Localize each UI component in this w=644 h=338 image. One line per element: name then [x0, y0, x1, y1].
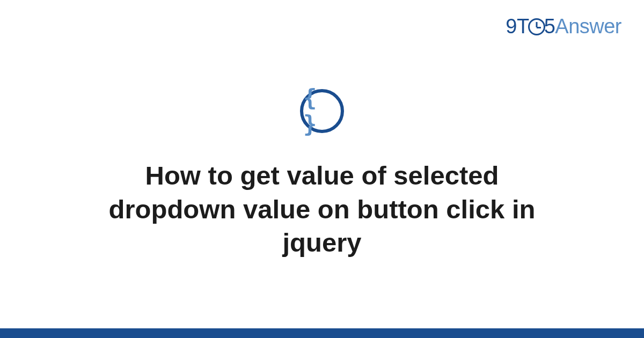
- footer-bar: [0, 328, 644, 338]
- category-badge: { }: [300, 89, 344, 133]
- braces-icon: { }: [303, 85, 341, 137]
- main-content: { } How to get value of selected dropdow…: [0, 0, 644, 338]
- page-title: How to get value of selected dropdown va…: [64, 159, 580, 260]
